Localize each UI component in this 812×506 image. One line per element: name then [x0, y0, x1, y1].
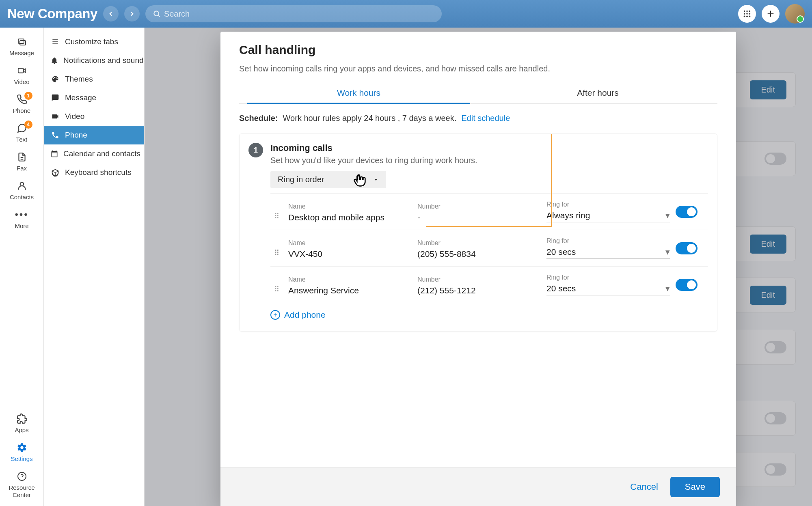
video-settings-icon — [50, 112, 60, 121]
nav-rail: Message Video 1 Phone 4 Text — [0, 28, 44, 506]
drag-handle-icon[interactable]: ⠿ — [270, 285, 283, 295]
topbar: New Company + — [0, 0, 812, 28]
chevron-down-icon: ▾ — [665, 247, 670, 257]
drag-handle-icon[interactable]: ⠿ — [270, 248, 283, 259]
ring-for-select[interactable]: 20 secs ▾ — [546, 284, 670, 295]
rail-more[interactable]: ••• More — [0, 205, 43, 233]
contacts-icon — [15, 180, 29, 192]
modal-body[interactable]: Call handling Set how incoming calls rin… — [220, 32, 736, 467]
svg-point-8 — [744, 16, 745, 17]
col-number: Number — [417, 276, 541, 283]
rail-video[interactable]: Video — [0, 60, 43, 89]
sidebar-phone[interactable]: Phone — [44, 126, 144, 144]
avatar[interactable] — [785, 4, 805, 24]
customize-icon — [50, 38, 60, 46]
search-icon — [153, 10, 161, 18]
edit-schedule-link[interactable]: Edit schedule — [461, 114, 510, 123]
add-button[interactable]: + — [762, 5, 780, 23]
tab-after-hours[interactable]: After hours — [478, 82, 717, 103]
svg-point-10 — [749, 16, 751, 17]
section-desc: Set how you'd like your devices to ring … — [270, 156, 477, 165]
nav-back-button[interactable] — [103, 6, 119, 22]
sidebar-customize-tabs[interactable]: Customize tabs — [44, 32, 144, 51]
keyboard-icon — [50, 168, 60, 177]
rail-text[interactable]: 4 Text — [0, 118, 43, 147]
svg-rect-13 — [18, 69, 23, 73]
svg-line-1 — [158, 15, 160, 17]
svg-point-2 — [744, 11, 745, 12]
calendar-icon — [50, 150, 58, 158]
sidebar-message[interactable]: Message — [44, 88, 144, 107]
modal-subtitle: Set how incoming calls ring your apps an… — [239, 64, 717, 73]
search-field[interactable] — [145, 5, 442, 22]
col-number: Number — [417, 239, 541, 247]
plus-icon: + — [270, 310, 280, 320]
company-name: New Company — [7, 6, 97, 22]
add-phone-link[interactable]: + Add phone — [270, 310, 326, 320]
col-ringfor: Ring for — [546, 237, 670, 245]
incoming-calls-section: 1 Incoming calls Set how you'd like your… — [239, 133, 717, 332]
modal-overlay: Call handling Set how incoming calls rin… — [145, 28, 812, 506]
sidebar-calendar[interactable]: Calendar and contacts — [44, 144, 144, 163]
schedule-row: Schedule: Work hour rules apply 24 hours… — [239, 114, 717, 123]
col-ringfor: Ring for — [546, 274, 670, 281]
step-badge: 1 — [248, 143, 263, 157]
svg-marker-23 — [374, 179, 377, 181]
apps-icon — [15, 413, 29, 425]
drag-handle-icon[interactable]: ⠿ — [270, 212, 283, 222]
sidebar-video[interactable]: Video — [44, 107, 144, 126]
ring-mode-select[interactable]: Ring in order — [270, 171, 386, 188]
more-icon: ••• — [15, 209, 29, 221]
rail-apps[interactable]: Apps — [0, 409, 43, 437]
settings-sidebar: Customize tabs Notifications and sounds … — [44, 28, 145, 506]
svg-rect-12 — [20, 41, 26, 45]
device-toggle[interactable] — [676, 279, 698, 291]
svg-point-17 — [20, 182, 24, 186]
ring-for-select[interactable]: Always ring ▾ — [546, 211, 670, 222]
device-toggle[interactable] — [676, 242, 698, 254]
svg-point-3 — [746, 11, 748, 12]
sidebar-themes[interactable]: Themes — [44, 70, 144, 88]
device-number: - — [417, 213, 541, 222]
message-settings-icon — [50, 94, 60, 102]
sidebar-keyboard[interactable]: Keyboard shortcuts — [44, 163, 144, 182]
settings-icon — [15, 441, 29, 454]
chevron-down-icon — [373, 177, 379, 183]
ring-for-select[interactable]: 20 secs ▾ — [546, 247, 670, 259]
save-button[interactable]: Save — [670, 477, 720, 497]
call-handling-modal: Call handling Set how incoming calls rin… — [220, 32, 736, 506]
col-ringfor: Ring for — [546, 201, 670, 208]
section-title: Incoming calls — [270, 143, 477, 153]
nav-forward-button[interactable] — [124, 6, 140, 22]
device-name: Answering Service — [288, 286, 412, 295]
rail-contacts[interactable]: Contacts — [0, 176, 43, 205]
rail-message[interactable]: Message — [0, 32, 43, 60]
help-icon — [15, 470, 29, 482]
svg-point-5 — [744, 13, 745, 15]
schedule-label: Schedule: — [239, 114, 278, 123]
phone-settings-icon — [50, 131, 60, 139]
rail-resource-center[interactable]: Resource Center — [0, 466, 43, 506]
fax-icon — [15, 151, 29, 163]
svg-rect-11 — [18, 39, 24, 43]
svg-marker-14 — [23, 69, 26, 72]
tab-work-hours[interactable]: Work hours — [239, 82, 478, 103]
sidebar-notifications[interactable]: Notifications and sounds — [44, 51, 144, 70]
modal-title: Call handling — [239, 43, 717, 57]
rail-phone[interactable]: 1 Phone — [0, 89, 43, 118]
svg-point-6 — [746, 13, 748, 15]
device-toggle[interactable] — [676, 206, 698, 218]
svg-point-7 — [749, 13, 751, 15]
rail-fax[interactable]: Fax — [0, 147, 43, 176]
rail-settings[interactable]: Settings — [0, 437, 43, 466]
palette-icon — [50, 75, 60, 83]
col-name: Name — [288, 276, 412, 283]
device-name: Desktop and mobile apps — [288, 213, 412, 222]
dialpad-button[interactable] — [738, 5, 756, 23]
cancel-button[interactable]: Cancel — [630, 477, 658, 497]
col-name: Name — [288, 203, 412, 210]
device-row: ⠿ Name Answering Service Number (212) 55… — [270, 266, 708, 303]
search-input[interactable] — [164, 9, 434, 19]
phone-icon: 1 — [15, 93, 29, 106]
cursor-icon — [352, 172, 368, 189]
